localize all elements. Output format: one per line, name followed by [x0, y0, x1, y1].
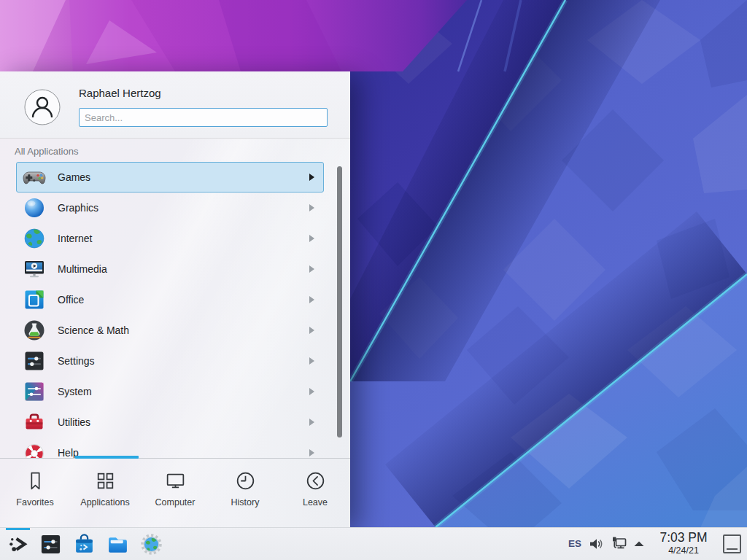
discover-software-center-button[interactable] [73, 533, 96, 556]
tab-leave[interactable]: Leave [280, 459, 350, 527]
favorites-bookmark-icon [24, 470, 47, 492]
tab-label: Computer [155, 497, 196, 508]
submenu-arrow-icon [309, 357, 314, 365]
leave-back-icon [304, 470, 327, 492]
keyboard-layout-indicator[interactable]: ES [568, 538, 581, 549]
section-label: All Applications [15, 146, 78, 157]
category-label: Multimedia [58, 263, 107, 275]
user-name: Raphael Hertzog [79, 87, 161, 99]
category-row-settings[interactable]: Settings [16, 346, 324, 376]
category-row-graphics[interactable]: Graphics [16, 192, 324, 223]
utilities-toolbox-icon [23, 411, 46, 434]
science-flask-icon [23, 319, 46, 342]
category-row-utilities[interactable]: Utilities [16, 407, 324, 438]
user-avatar-icon[interactable] [24, 89, 61, 125]
submenu-arrow-icon [309, 174, 314, 181]
computer-monitor-icon [164, 470, 187, 492]
games-gamepad-icon [23, 166, 46, 189]
clock-date: 4/24/21 [651, 545, 716, 556]
submenu-arrow-icon [309, 388, 314, 395]
submenu-arrow-icon [309, 265, 314, 273]
application-launcher-menu: Raphael Hertzog All Applications Games [0, 71, 350, 527]
category-row-office[interactable]: Office [16, 284, 324, 315]
category-row-multimedia[interactable]: Multimedia [16, 254, 324, 284]
submenu-arrow-icon [309, 449, 314, 456]
help-lifering-icon [23, 441, 46, 458]
settings-sliders-icon [23, 349, 46, 373]
submenu-arrow-icon [309, 204, 314, 211]
category-label: Science & Math [58, 324, 129, 336]
category-row-games[interactable]: Games [16, 162, 324, 192]
system-settings-button[interactable] [39, 533, 62, 556]
category-label: Games [58, 171, 90, 183]
category-label: Graphics [58, 202, 98, 214]
submenu-arrow-icon [309, 327, 314, 334]
category-label: Utilities [58, 416, 90, 428]
tab-bar-divider [0, 458, 350, 459]
launcher-active-indicator [6, 528, 30, 530]
tab-label: Applications [80, 497, 129, 508]
network-icon[interactable] [611, 535, 628, 553]
multimedia-monitor-icon [23, 257, 46, 281]
submenu-arrow-icon [309, 419, 314, 426]
tab-applications[interactable]: Applications [70, 459, 140, 527]
category-label: Internet [58, 233, 92, 244]
category-row-internet[interactable]: Internet [16, 223, 324, 254]
show-desktop-button[interactable] [723, 534, 741, 553]
search-input[interactable] [79, 108, 328, 127]
expand-tray-arrow-icon[interactable] [632, 535, 646, 553]
tab-computer[interactable]: Computer [140, 459, 210, 527]
active-tab-indicator [75, 456, 139, 459]
tab-label: Favorites [16, 497, 53, 508]
clock-time: 7:03 PM [651, 529, 716, 545]
digital-clock[interactable]: 7:03 PM 4/24/21 [651, 529, 716, 556]
list-scrollbar[interactable] [337, 166, 342, 438]
category-label: Settings [58, 355, 95, 367]
tab-label: History [231, 497, 260, 508]
submenu-arrow-icon [309, 235, 314, 242]
dolphin-file-manager-button[interactable] [107, 533, 129, 556]
launcher-tab-bar: Favorites Applications Computer History [0, 459, 350, 527]
graphics-sphere-icon [23, 196, 46, 219]
application-launcher-button[interactable] [7, 534, 28, 555]
category-row-science-math[interactable]: Science & Math [16, 315, 324, 346]
system-sliders-icon [23, 380, 46, 403]
office-document-icon [23, 288, 46, 311]
category-row-system[interactable]: System [16, 376, 324, 407]
category-label: Office [58, 294, 84, 306]
tab-label: Leave [303, 497, 328, 508]
volume-icon[interactable] [588, 535, 605, 553]
application-category-list: Games Graphics Internet [0, 162, 350, 458]
category-label: System [58, 386, 92, 397]
web-browser-button[interactable] [140, 533, 163, 556]
applications-grid-icon [94, 470, 117, 492]
launcher-header: Raphael Hertzog [0, 71, 350, 139]
tab-favorites[interactable]: Favorites [0, 459, 70, 527]
history-clock-icon [234, 470, 257, 492]
submenu-arrow-icon [309, 296, 314, 303]
category-row-help[interactable]: Help [16, 438, 324, 458]
taskbar-panel: ES 7:03 PM 4/24/21 [0, 527, 747, 560]
internet-globe-icon [23, 227, 46, 250]
tab-history[interactable]: History [210, 459, 280, 527]
